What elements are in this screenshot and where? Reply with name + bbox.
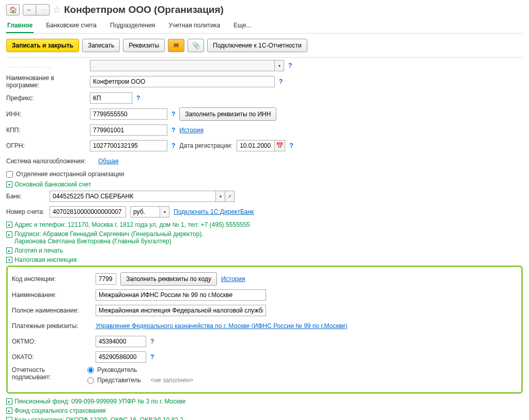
open-icon[interactable]: ↗ xyxy=(225,191,235,202)
help-icon[interactable]: ? xyxy=(279,78,283,85)
tab-departments[interactable]: Подразделения xyxy=(109,20,156,33)
section-signatures[interactable]: Подписи: Абрамов Геннадий Сергеевич (Ген… xyxy=(6,230,523,245)
tabs: Главное Банковские счета Подразделения У… xyxy=(6,20,523,34)
tax-system-link[interactable]: Общая xyxy=(98,158,118,165)
section-logo[interactable]: Логотип и печать xyxy=(6,247,523,254)
tab-more[interactable]: Еще... xyxy=(232,20,252,33)
ogrn-input[interactable] xyxy=(90,140,167,151)
chevron-right-icon xyxy=(6,398,12,405)
prefix-input[interactable] xyxy=(90,92,132,104)
help-icon[interactable]: ? xyxy=(150,353,154,361)
label-pay-req: Платежные реквизиты: xyxy=(12,322,91,330)
tab-accounting-policy[interactable]: Учетная политика xyxy=(167,20,221,33)
chevron-right-icon xyxy=(6,222,12,228)
label-tax-name: Наименование: xyxy=(12,291,91,299)
attach-icon[interactable]: 📎 xyxy=(188,39,204,52)
tax-fullname-input[interactable] xyxy=(96,305,266,316)
section-bank[interactable]: Основной банковский счет xyxy=(6,181,523,188)
connect-1c-button[interactable]: Подключение к 1С-Отчетности xyxy=(207,39,307,52)
currency-input[interactable] xyxy=(130,206,160,217)
label-account: Номер счета: xyxy=(6,208,45,215)
tab-bank-accounts[interactable]: Банковские счета xyxy=(45,20,98,33)
save-button[interactable]: Записать xyxy=(82,39,120,52)
save-close-button[interactable]: Записать и закрыть xyxy=(6,39,79,52)
help-icon[interactable]: ? xyxy=(172,111,175,118)
label-tax-code: Код инспекции: xyxy=(12,275,91,283)
dropdown-icon[interactable]: ▾ xyxy=(160,206,169,217)
radio-director[interactable]: Руководитель xyxy=(87,366,193,374)
label-reg-date: Дата регистрации: xyxy=(179,142,232,149)
section-address[interactable]: Адрес и телефон: 121170, Москва г, 1812 … xyxy=(6,221,523,228)
section-fss[interactable]: Фонд социального страхования xyxy=(6,407,523,414)
chevron-down-icon xyxy=(6,181,12,188)
chevron-right-icon xyxy=(6,408,12,414)
help-icon[interactable]: ? xyxy=(150,338,154,345)
mail-icon[interactable]: ✉ xyxy=(168,39,184,52)
page-title: Конфетпром ООО (Организация) xyxy=(64,4,224,15)
favorite-icon[interactable]: ☆ xyxy=(53,4,61,15)
label-name-prog: Наименование в программе: xyxy=(6,74,86,89)
help-icon[interactable]: ? xyxy=(172,142,175,149)
details-button[interactable]: Реквизиты xyxy=(123,39,165,52)
chevron-right-icon xyxy=(6,231,12,238)
tax-inspection-box: Код инспекции: Заполнить реквизиты по ко… xyxy=(6,266,523,394)
dropdown-icon[interactable]: ▾ xyxy=(275,60,284,71)
label-inn: ИНН: xyxy=(6,111,86,118)
reg-date-input[interactable] xyxy=(237,140,275,151)
label-bank: Банк: xyxy=(6,193,45,200)
tax-history-link[interactable]: История xyxy=(221,275,245,283)
tab-main[interactable]: Главное xyxy=(6,20,34,33)
label-okato: ОКАТО: xyxy=(12,353,91,361)
fill-by-code-button[interactable]: Заполнить реквизиты по коду xyxy=(120,272,217,286)
kpp-history-link[interactable]: История xyxy=(179,127,204,134)
home-icon[interactable]: 🏠 xyxy=(6,4,20,15)
label-foreign-branch: Отделение иностранной организации xyxy=(16,170,124,178)
inn-input[interactable] xyxy=(90,108,167,120)
label-signer: Отчетность подписывает: xyxy=(12,366,83,381)
pay-req-link[interactable]: Управление Федерального казначейства по … xyxy=(96,322,348,330)
account-input[interactable] xyxy=(50,206,126,217)
name-prog-input[interactable] xyxy=(90,76,275,87)
help-icon[interactable]: ? xyxy=(288,62,292,69)
chevron-right-icon xyxy=(6,417,12,420)
label-tax-system: Система налогообложения: xyxy=(6,158,94,165)
label: ....... .............. ... xyxy=(6,62,86,69)
section-pension[interactable]: Пенсионный фонд: 099-099-999999 УПФР № 3… xyxy=(6,398,523,405)
fill-by-inn-button[interactable]: Заполнить реквизиты по ИНН xyxy=(179,107,276,121)
label-ogrn: ОГРН: xyxy=(6,142,86,149)
label-oktmo: ОКТМО: xyxy=(12,338,91,345)
foreign-branch-checkbox[interactable] xyxy=(6,171,13,178)
chevron-right-icon xyxy=(6,247,12,254)
tax-name-input[interactable] xyxy=(96,289,266,301)
help-icon[interactable]: ? xyxy=(289,142,293,149)
calendar-icon[interactable]: 📅 xyxy=(275,140,285,151)
label-prefix: Префикс: xyxy=(6,95,86,102)
bank-input[interactable] xyxy=(50,191,216,202)
chevron-down-icon xyxy=(6,257,12,263)
direct-bank-link[interactable]: Подключить 1С:ДиректБанк xyxy=(174,208,254,215)
section-stat-codes[interactable]: Коды статистики: ОКОПФ 12300, ОКФС 16, О… xyxy=(6,416,523,420)
kpp-input[interactable] xyxy=(90,125,167,136)
help-icon[interactable]: ? xyxy=(136,95,140,102)
back-icon[interactable]: ← xyxy=(23,4,36,15)
label-kpp: КПП: xyxy=(6,127,86,134)
help-icon[interactable]: ? xyxy=(172,127,175,134)
okato-input[interactable] xyxy=(96,351,146,363)
radio-representative[interactable]: Представитель <не заполнен> xyxy=(87,377,193,384)
label-tax-fullname: Полное наименование: xyxy=(12,307,91,314)
oktmo-input[interactable] xyxy=(96,336,146,347)
section-tax-inspection[interactable]: Налоговая инспекция xyxy=(6,256,523,263)
full-name-input[interactable] xyxy=(90,60,275,71)
dropdown-icon[interactable]: ▾ xyxy=(216,191,225,202)
tax-code-input[interactable] xyxy=(96,273,116,285)
forward-icon[interactable]: → xyxy=(36,4,50,15)
